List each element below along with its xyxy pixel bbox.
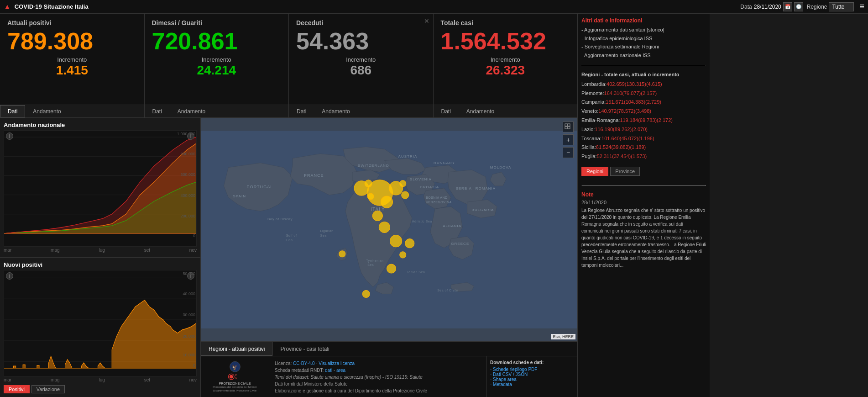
map-tab-province-totali[interactable]: Province - casi totali [272, 342, 337, 356]
card-increment-value-deceduti: 686 [296, 63, 426, 78]
map-zoom-in[interactable]: + [563, 134, 574, 145]
topics-label: Temi del dataset: [275, 375, 309, 380]
topbar: ▲ COVID-19 Situazione Italia Data 28/11/… [0, 0, 868, 14]
card-number-dimessi: 720.861 [152, 28, 282, 54]
tab-andamento-deceduti[interactable]: Andamento [314, 105, 357, 117]
y-label-400k: 400.000 [180, 193, 195, 198]
date-section: Data 28/11/2020 📅 🕐 [740, 2, 803, 11]
card-close-deceduti[interactable]: ✕ [424, 17, 429, 25]
nuovi-positivi-title: Nuovi positivi [4, 261, 197, 268]
right-panel: Altri dati e informazioni - Aggiornament… [577, 14, 710, 397]
pc-logo-svg: P C [224, 373, 246, 381]
footer-logo-area: 🦅 P C PROTEZIONE CIVILE Pr [201, 356, 269, 397]
card-increment-label-deceduti: Incremento [296, 56, 426, 63]
card-title-attuali: Attuali positivi [7, 19, 137, 26]
svg-point-63 [381, 196, 392, 208]
svg-text:HERZEGOVINA: HERZEGOVINA [426, 201, 452, 204]
tab-andamento-dimessi[interactable]: Andamento [170, 105, 213, 117]
download-shape-link[interactable]: - Shape area [490, 377, 574, 382]
svg-text:BOSNIA AND: BOSNIA AND [426, 196, 448, 199]
license-link[interactable]: CC-BY-4.0 [293, 361, 314, 366]
metadata-area-link[interactable]: area [336, 368, 345, 373]
x-label-mag: mag [51, 248, 59, 253]
map-grid-button[interactable] [563, 122, 574, 132]
download-csv-link[interactable]: - Dati CSV / JSON [490, 372, 574, 377]
x-label-nov2: nov [189, 377, 197, 382]
svg-point-65 [379, 222, 390, 233]
svg-point-74 [400, 252, 406, 258]
tab-dati-dimessi[interactable]: Dati [145, 105, 170, 117]
chart-info-left-andamento[interactable]: i [6, 132, 13, 140]
credits-label: Elaborazione e gestione dati a cura del … [275, 387, 481, 394]
map-tab-regioni-positivi[interactable]: Regioni - attuali positivi [201, 342, 272, 356]
download-metadata-link[interactable]: - Metadata [490, 382, 574, 387]
charts-map-row: Andamento nazionale i i 1.000.000 800.00… [0, 118, 577, 397]
region-tab-regioni[interactable]: Regioni [581, 167, 608, 176]
card-dimessi-guariti: Dimessi / Guariti 720.861 Incremento 24.… [145, 14, 289, 105]
svg-point-64 [372, 211, 382, 221]
tab-andamento-attuali[interactable]: Andamento [25, 105, 68, 117]
region-label: Regione [807, 4, 827, 10]
svg-text:🦅: 🦅 [232, 364, 238, 370]
svg-text:GREECE: GREECE [451, 242, 469, 246]
region-tab-province[interactable]: Province [610, 167, 640, 176]
tab-variazione[interactable]: Variazione [31, 385, 65, 393]
nuovi-positivi-section: Nuovi positivi i i 50.000 40.000 30.000 … [0, 258, 200, 397]
region-lombardia: Lombardia:402.659(130.315)(4.615) [581, 80, 706, 89]
x-label-lug2: lug [99, 377, 105, 382]
andamento-x-labels: mar mag lug set nov [4, 247, 197, 254]
map-toolbar: + − [563, 122, 574, 158]
svg-rect-76 [565, 124, 567, 126]
tab-dati-totale[interactable]: Dati [434, 105, 459, 117]
link-aggiornamento-nazionale[interactable]: - Aggiornamento nazionale ISS [581, 51, 706, 60]
calendar-button[interactable]: 📅 [783, 2, 792, 11]
esri-credit: Esri, HERE [551, 334, 575, 339]
region-campania: Campania:151.671(104.383)(2.729) [581, 98, 706, 107]
card-title-dimessi: Dimessi / Guariti [152, 19, 282, 26]
main-layout: Attuali positivi 789.308 Incremento 1.41… [0, 14, 868, 397]
y-label-0: 0 [193, 233, 195, 238]
y-label-200k: 200.000 [180, 214, 195, 218]
x-label-set: set [144, 248, 150, 253]
menu-button[interactable]: ≡ [859, 2, 864, 11]
date-label: Data [740, 4, 752, 10]
link-sorveglianza[interactable]: - Sorveglianza settimanale Regioni [581, 42, 706, 51]
svg-text:P: P [235, 374, 236, 376]
download-pdf-link[interactable]: - Schede riepilogo PDF [490, 367, 574, 372]
svg-text:BULGARIA: BULGARIA [472, 208, 494, 212]
note-title: Note [581, 191, 706, 198]
region-select[interactable]: Tutte [829, 2, 854, 11]
license-label: Licenza: [275, 361, 292, 366]
svg-text:AUSTRIA: AUSTRIA [398, 154, 418, 159]
svg-text:Sea: Sea [320, 234, 327, 237]
license-view-link[interactable]: Visualizza licenza [319, 361, 355, 366]
andamento-nazionale-chart: i i 1.000.000 800.000 600.000 400.000 20… [4, 130, 197, 247]
chart-info-left-nuovi[interactable]: i [6, 272, 13, 280]
map-area: PORTUGAL SPAIN FRANCE SWITZERLAND AUSTRI… [201, 118, 577, 341]
region-emilia-romagna: Emilia-Romagna:119.184(69.783)(2.172) [581, 116, 706, 125]
tab-dati-deceduti[interactable]: Dati [289, 105, 314, 117]
svg-text:SLOVENIA: SLOVENIA [410, 177, 432, 181]
map-tabs: Regioni - attuali positivi Province - ca… [201, 341, 577, 356]
app-logo: ▲ [4, 3, 11, 11]
svg-rect-79 [568, 127, 570, 129]
svg-point-72 [400, 180, 406, 187]
charts-panel: Andamento nazionale i i 1.000.000 800.00… [0, 118, 201, 397]
source-label: Dati forniti dal Ministero della Salute [275, 381, 481, 387]
protezione-civile-logo: 🦅 P C PROTEZIONE CIVILE Pr [208, 361, 262, 393]
nuovi-positivi-svg [4, 270, 196, 376]
clock-button[interactable]: 🕐 [794, 2, 803, 11]
link-aggiornamento-dati[interactable]: - Aggiornamento dati sanitari [storico] [581, 26, 706, 34]
svg-point-69 [339, 251, 345, 257]
svg-text:SERBIA: SERBIA [455, 186, 472, 191]
tab-andamento-totale[interactable]: Andamento [459, 105, 502, 117]
card-totale-casi: Totale casi 1.564.532 Incremento 26.323 [434, 14, 578, 105]
link-infografica[interactable]: - Infografica epidemiologica ISS [581, 34, 706, 43]
tab-dati-attuali[interactable]: Dati [0, 105, 25, 117]
x-label-mag2: mag [51, 377, 59, 382]
region-veneto: Veneto:140.972(78.572)(3.498) [581, 107, 706, 116]
tab-positivi[interactable]: Positivi [4, 385, 30, 393]
region-puglia: Puglia:52.311(37.454)(1.573) [581, 152, 706, 161]
map-zoom-out[interactable]: − [563, 147, 574, 158]
metadata-dati-link[interactable]: dati [325, 368, 332, 373]
